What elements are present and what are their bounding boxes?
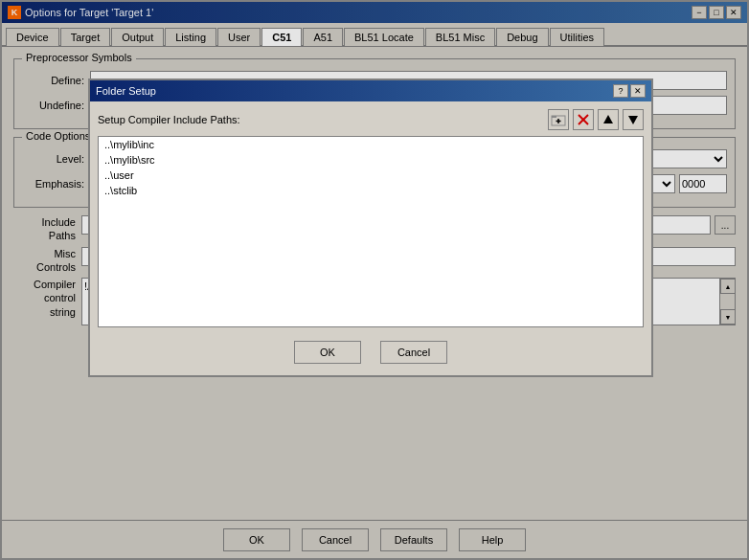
dialog-title-bar: Folder Setup ? ✕ <box>90 80 651 101</box>
move-up-button[interactable] <box>598 109 619 130</box>
delete-button[interactable] <box>573 109 594 130</box>
dialog-title: Folder Setup <box>96 85 156 97</box>
svg-marker-6 <box>603 115 613 123</box>
dialog-overlay: Folder Setup ? ✕ Setup Compiler Include … <box>2 2 747 558</box>
list-item[interactable]: ..\user <box>99 168 643 183</box>
down-arrow-icon <box>627 114 639 125</box>
list-item[interactable]: ..\stclib <box>99 183 643 198</box>
move-down-button[interactable] <box>623 109 644 130</box>
dialog-title-buttons: ? ✕ <box>613 84 646 98</box>
dialog-buttons: OK Cancel <box>98 335 644 368</box>
dialog-cancel-button[interactable]: Cancel <box>380 341 447 364</box>
dialog-toolbar-label: Setup Compiler Include Paths: <box>98 114 544 125</box>
new-folder-button[interactable] <box>548 109 569 130</box>
list-item[interactable]: ..\mylib\src <box>99 152 643 168</box>
list-item[interactable]: ..\mylib\inc <box>99 137 643 152</box>
dialog-help-button[interactable]: ? <box>613 84 628 98</box>
dialog-body: Setup Compiler Include Paths: <box>90 101 651 375</box>
dialog-ok-button[interactable]: OK <box>294 341 361 364</box>
main-window: K Options for Target 'Target 1' − □ ✕ De… <box>0 0 749 560</box>
dialog-close-button[interactable]: ✕ <box>630 84 646 98</box>
delete-icon <box>577 113 590 126</box>
new-folder-icon <box>551 112 566 127</box>
include-paths-list[interactable]: ..\mylib\inc ..\mylib\src ..\user ..\stc… <box>98 136 644 327</box>
svg-marker-7 <box>628 116 638 124</box>
dialog-toolbar: Setup Compiler Include Paths: <box>98 109 644 130</box>
svg-rect-1 <box>552 116 556 118</box>
up-arrow-icon <box>602 114 614 125</box>
folder-setup-dialog: Folder Setup ? ✕ Setup Compiler Include … <box>88 78 653 377</box>
